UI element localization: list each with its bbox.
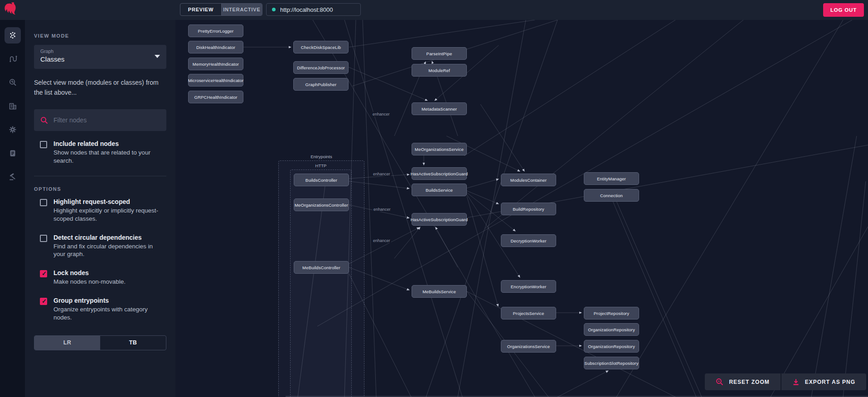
option-title: Include related nodes — [53, 140, 166, 147]
tab-interactive[interactable]: INTERACTIVE — [221, 4, 262, 15]
option-detect-circular: Detect circular dependencies Find and fi… — [34, 234, 166, 259]
gavel-icon — [8, 172, 17, 181]
status-dot — [272, 8, 276, 11]
graph-node[interactable]: MeOrganizationsService — [412, 143, 467, 155]
gear-icon — [8, 125, 17, 134]
edge-label: enhancer — [373, 207, 392, 212]
download-icon — [792, 378, 800, 386]
option-description: Find and fix circular dependencies in yo… — [53, 242, 166, 259]
graph-node[interactable]: BuildsController — [294, 174, 349, 186]
dropdown-value: Classes — [40, 55, 160, 63]
graph-node[interactable]: CheckDiskSpaceLib — [293, 41, 349, 53]
organization-icon — [8, 102, 17, 111]
option-description: Make nodes non-movable. — [53, 278, 126, 286]
direction-lr-button[interactable]: LR — [34, 336, 100, 350]
include-related-row: Include related nodes Show nodes that ar… — [34, 140, 166, 165]
graph-node[interactable]: ProjectRepository — [584, 307, 639, 320]
graph-node[interactable]: DecryptionWorker — [501, 234, 556, 247]
graph-node[interactable]: ProjectsService — [501, 307, 556, 320]
document-icon — [8, 149, 17, 158]
option-title: Highlight request-scoped — [53, 198, 166, 205]
graph-nodes-icon — [8, 31, 17, 40]
graph-node[interactable]: MemoryHealthIndicator — [188, 58, 243, 70]
rail-item-legal[interactable] — [5, 169, 21, 185]
chevron-down-icon — [155, 55, 160, 58]
graph-node[interactable]: MeBuildsService — [412, 285, 467, 298]
server-url-field[interactable]: http://localhost:8000 — [266, 3, 361, 16]
rail-item-settings[interactable] — [5, 121, 21, 138]
option-group-entrypoints: Group entrypoints Organize entrypoints w… — [34, 297, 166, 322]
option-lock-nodes: Lock nodes Make nodes non-movable. — [34, 269, 166, 286]
graph-node[interactable]: GraphPublisher — [293, 78, 349, 91]
sidebar: VIEW MODE Graph Classes Select view mode… — [25, 20, 175, 397]
nestjs-logo-icon — [4, 1, 21, 19]
graph-node[interactable]: BuildsService — [412, 184, 467, 196]
graph-node[interactable]: ModulesContainer — [501, 174, 556, 186]
option-description: Show nodes that are related to your sear… — [53, 149, 166, 165]
graph-node[interactable]: HasActiveSubscriptionGuard — [412, 167, 467, 180]
logout-button[interactable]: LOG OUT — [823, 3, 864, 17]
direction-tb-button[interactable]: TB — [100, 336, 166, 350]
export-png-label: EXPORT AS PNG — [805, 379, 855, 385]
graph-node[interactable]: MeBuildsController — [294, 261, 349, 274]
graph-node[interactable]: EntityManager — [584, 172, 639, 185]
reset-zoom-label: RESET ZOOM — [729, 379, 769, 385]
canvas-bottom-edge — [286, 396, 868, 397]
icon-rail — [0, 20, 25, 397]
graph-node[interactable]: EncryptionWorker — [501, 280, 556, 293]
graph-canvas[interactable]: EntrypointsHTTP enhancerenhancerenhancer… — [175, 20, 868, 397]
filter-nodes-box — [34, 109, 166, 131]
graph-mode-select[interactable]: Graph Classes — [34, 45, 166, 69]
search-icon — [40, 116, 48, 124]
graph-node[interactable]: SubscriptionSlotRepository — [584, 357, 639, 369]
graph-node[interactable]: OrganizationRepository — [584, 323, 639, 336]
graph-node[interactable]: DifferenceJobProcessor — [293, 61, 349, 74]
tab-preview[interactable]: PREVIEW — [180, 4, 221, 15]
graph-node[interactable]: OrganizationsService — [501, 340, 556, 353]
graph-node[interactable]: ModuleRef — [412, 64, 467, 77]
zoom-reset-icon — [716, 378, 723, 386]
rail-item-inspect[interactable] — [5, 74, 21, 91]
topbar: PREVIEW INTERACTIVE http://localhost:800… — [0, 0, 868, 20]
rail-item-docs[interactable] — [5, 145, 21, 161]
graph-node[interactable]: Connection — [584, 189, 639, 202]
highlight-request-scoped-checkbox[interactable] — [40, 199, 47, 206]
option-title: Lock nodes — [53, 269, 126, 276]
graph-node[interactable]: DiskHealthIndicator — [188, 41, 243, 53]
edge-label: enhancer — [372, 172, 391, 176]
graph-node[interactable]: BuildRepository — [501, 203, 556, 215]
search-pulse-icon — [8, 78, 17, 87]
route-icon — [8, 54, 17, 63]
sidebar-divider — [34, 176, 166, 176]
options-section-label: OPTIONS — [34, 186, 166, 192]
layout-direction-toggle: LR TB — [34, 335, 166, 350]
graph-node[interactable]: OrganizationRepository — [584, 340, 639, 353]
server-url: http://localhost:8000 — [280, 6, 333, 13]
option-title: Group entrypoints — [53, 297, 166, 304]
option-title: Detect circular dependencies — [53, 234, 166, 241]
rail-item-routes[interactable] — [5, 51, 21, 67]
view-mode-section-label: VIEW MODE — [34, 33, 166, 39]
lock-nodes-checkbox[interactable] — [40, 270, 47, 277]
reset-zoom-button[interactable]: RESET ZOOM — [705, 373, 780, 390]
group-entrypoints-checkbox[interactable] — [40, 298, 47, 305]
graph-node[interactable]: MicroserviceHealthIndicator — [188, 74, 243, 87]
graph-node[interactable]: MeOrganizationsController — [294, 198, 349, 211]
zoom-controls: RESET ZOOM EXPORT AS PNG — [705, 373, 866, 390]
preview-mode-tabs: PREVIEW INTERACTIVE — [180, 3, 262, 16]
graph-node[interactable]: HasActiveSubscriptionGuard — [412, 213, 467, 226]
detect-circular-checkbox[interactable] — [40, 235, 47, 242]
graph-node[interactable]: GRPCHealthIndicator — [188, 91, 243, 103]
view-mode-description: Select view mode (modules or classes) fr… — [34, 78, 166, 97]
dropdown-label: Graph — [40, 48, 160, 54]
include-related-checkbox[interactable] — [40, 141, 47, 148]
graph-node[interactable]: MetadataScanner — [412, 102, 467, 115]
rail-item-graph[interactable] — [5, 27, 21, 44]
edge-label: enhancer — [372, 112, 391, 116]
rail-item-organizations[interactable] — [5, 98, 21, 114]
graph-node[interactable]: PrettyErrorLogger — [188, 24, 243, 37]
option-highlight-request-scoped: Highlight request-scoped Highlight expli… — [34, 198, 166, 223]
filter-nodes-input[interactable] — [53, 116, 158, 124]
graph-node[interactable]: ParseIntPipe — [412, 47, 467, 60]
export-png-button[interactable]: EXPORT AS PNG — [781, 373, 866, 390]
